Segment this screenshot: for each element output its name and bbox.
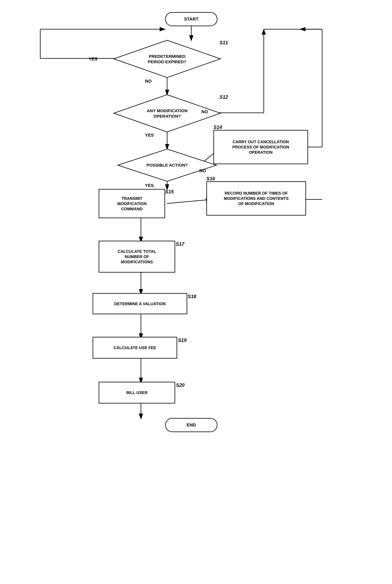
end-node: END	[165, 418, 218, 432]
s13-yes-label: YES	[145, 183, 154, 188]
s11-step: S11	[220, 40, 228, 46]
s12-no-label: NO	[201, 109, 208, 114]
s20-node: BILL USER	[99, 382, 175, 403]
s14-node: CARRY OUT CANCELLATIONPROCESS OF MODIFIC…	[214, 130, 308, 164]
s18-step: S18	[188, 294, 196, 299]
s12-yes-label: YES	[145, 133, 154, 138]
start-node: START	[165, 12, 218, 26]
s17-node: CALCULATE TOTALNUMBER OFMODIFICATIONS	[99, 241, 175, 273]
s14-step: S14	[214, 125, 222, 130]
s16-node: RECORD NUMBER OF TIMES OFMODIFICATIONS A…	[206, 181, 306, 216]
s12-step: S12	[220, 94, 228, 100]
arrows-svg	[0, 0, 392, 584]
s17-step: S17	[176, 241, 184, 247]
s11-yes-label: YES	[88, 57, 98, 62]
s15-node: TRANSMITMODIFICATIONCOMMAND	[99, 189, 165, 218]
s19-node: CALCULATE USE FEE	[92, 337, 177, 359]
s15-step: S15	[165, 189, 174, 195]
s12-label: ANY MODIFICATIONOPERATION?	[147, 108, 188, 119]
s13-no-label: NO	[199, 168, 206, 173]
s11-no-label: NO	[145, 79, 152, 84]
s16-step: S16	[206, 176, 215, 182]
s13-diamond-container: POSSIBLE ACTION?	[117, 148, 218, 182]
flowchart: START PREDETERMINEDPERIOD EXPIRED? S11 Y…	[0, 0, 392, 584]
s11-diamond-container: PREDETERMINEDPERIOD EXPIRED?	[113, 39, 222, 79]
s19-step: S19	[178, 337, 187, 343]
s20-step: S20	[176, 382, 184, 388]
s11-label: PREDETERMINEDPERIOD EXPIRED?	[148, 53, 186, 65]
s18-node: DETERMINE A VALUATION	[92, 293, 187, 314]
s13-label: POSSIBLE ACTION?	[146, 162, 188, 168]
svg-line-13	[167, 199, 212, 204]
